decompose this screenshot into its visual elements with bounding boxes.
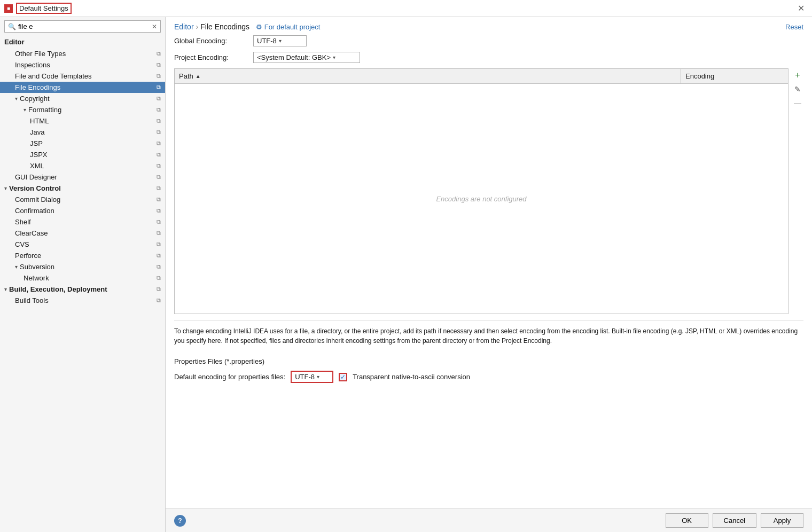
sidebar-item-version-control[interactable]: ▾ Version Control ⧉ xyxy=(0,183,165,194)
copy-icon: ⧉ xyxy=(157,241,161,248)
sidebar-item-label: JSPX xyxy=(30,151,154,159)
sidebar-item-label: JSP xyxy=(30,139,154,147)
transparent-conversion-checkbox[interactable]: ✓ xyxy=(339,373,347,381)
global-encoding-select[interactable]: UTF-8 ▾ xyxy=(253,35,307,46)
sidebar-item-jspx[interactable]: JSPX ⧉ xyxy=(0,149,165,160)
sidebar-item-cvs[interactable]: CVS ⧉ xyxy=(0,239,165,250)
table-side-actions: + ✎ — xyxy=(792,68,803,314)
footer-right: OK Cancel Apply xyxy=(666,513,803,528)
sidebar-item-confirmation[interactable]: Confirmation ⧉ xyxy=(0,205,165,216)
copy-icon: ⧉ xyxy=(157,73,161,80)
copy-icon: ⧉ xyxy=(157,207,161,214)
table-header: Path ▲ Encoding xyxy=(175,69,788,84)
sidebar-item-label: Build Tools xyxy=(15,296,154,304)
sidebar-item-file-encodings[interactable]: File Encodings ⧉ xyxy=(0,82,165,93)
copy-icon: ⧉ xyxy=(157,140,161,147)
copy-icon: ⧉ xyxy=(157,95,161,102)
sidebar-item-shelf[interactable]: Shelf ⧉ xyxy=(0,216,165,228)
sidebar-scroll: Editor Other File Types ⧉ Inspections ⧉ … xyxy=(0,36,165,532)
reset-link[interactable]: Reset xyxy=(785,23,803,31)
apply-button[interactable]: Apply xyxy=(761,513,803,528)
sidebar: 🔍 ✕ Editor Other File Types ⧉ Inspection… xyxy=(0,17,166,532)
sidebar-item-label: File Encodings xyxy=(15,83,154,91)
global-encoding-value: UTF-8 xyxy=(257,37,277,45)
editor-section-header: Editor xyxy=(0,36,165,48)
checkbox-label: Transparent native-to-ascii conversion xyxy=(353,373,470,381)
copy-icon: ⧉ xyxy=(157,162,161,169)
sidebar-item-commit-dialog[interactable]: Commit Dialog ⧉ xyxy=(0,194,165,205)
properties-row: Default encoding for properties files: U… xyxy=(174,371,803,383)
sidebar-item-jsp[interactable]: JSP ⧉ xyxy=(0,138,165,149)
copy-icon: ⧉ xyxy=(157,185,161,192)
sort-icon[interactable]: ▲ xyxy=(196,73,201,79)
sidebar-item-build-execution-deployment[interactable]: ▾ Build, Execution, Deployment ⧉ xyxy=(0,284,165,295)
breadcrumb-for-default-project[interactable]: ⚙ For default project xyxy=(256,23,320,31)
sidebar-item-gui-designer[interactable]: GUI Designer ⧉ xyxy=(0,171,165,183)
sidebar-item-label: XML xyxy=(30,162,154,170)
collapse-arrow-icon: ▾ xyxy=(4,185,7,191)
close-button[interactable]: ✕ xyxy=(794,2,808,14)
sidebar-item-label: Confirmation xyxy=(15,207,154,215)
sidebar-item-label: Commit Dialog xyxy=(15,195,154,204)
checkbox-checkmark: ✓ xyxy=(340,373,346,381)
project-encoding-row: Project Encoding: <System Default: GBK> … xyxy=(174,52,803,63)
select-arrow-icon: ▾ xyxy=(317,374,319,380)
copy-icon: ⧉ xyxy=(157,106,161,113)
sidebar-item-label: Inspections xyxy=(15,61,154,69)
search-box[interactable]: 🔍 ✕ xyxy=(4,20,161,33)
collapse-arrow-icon: ▾ xyxy=(15,96,18,101)
ok-button[interactable]: OK xyxy=(666,513,708,528)
copy-icon: ⧉ xyxy=(157,297,161,304)
encoding-column-label: Encoding xyxy=(685,72,714,80)
sidebar-item-copyright[interactable]: ▾ Copyright ⧉ xyxy=(0,93,165,104)
sidebar-item-label: Java xyxy=(30,128,154,136)
global-encoding-row: Global Encoding: UTF-8 ▾ xyxy=(174,35,803,46)
title-bar-left: ■ Default Settings xyxy=(4,3,72,14)
sidebar-item-perforce[interactable]: Perforce ⧉ xyxy=(0,250,165,261)
global-encoding-label: Global Encoding: xyxy=(174,37,249,45)
sidebar-item-build-tools[interactable]: Build Tools ⧉ xyxy=(0,295,165,306)
copy-icon: ⧉ xyxy=(157,196,161,203)
sidebar-item-java[interactable]: Java ⧉ xyxy=(0,127,165,138)
sidebar-item-xml[interactable]: XML ⧉ xyxy=(0,160,165,171)
info-text: To change encoding IntelliJ IDEA uses fo… xyxy=(174,320,803,350)
help-button[interactable]: ? xyxy=(174,515,186,527)
search-input[interactable] xyxy=(18,22,150,30)
search-icon: 🔍 xyxy=(8,23,16,30)
sidebar-item-network[interactable]: Network ⧉ xyxy=(0,272,165,284)
collapse-arrow-icon: ▾ xyxy=(24,107,26,113)
sidebar-item-file-code-templates[interactable]: File and Code Templates ⧉ xyxy=(0,71,165,82)
edit-encoding-button[interactable]: ✎ xyxy=(792,83,803,95)
remove-encoding-button[interactable]: — xyxy=(792,97,803,109)
sidebar-item-label: Copyright xyxy=(20,95,154,103)
content-header: Editor › File Encodings ⚙ For default pr… xyxy=(166,17,812,35)
breadcrumb-separator: › xyxy=(196,22,199,31)
table-empty-message: Encodings are not configured xyxy=(175,84,788,314)
breadcrumb-editor[interactable]: Editor xyxy=(174,22,194,31)
sidebar-item-inspections[interactable]: Inspections ⧉ xyxy=(0,59,165,71)
sidebar-item-label: Build, Execution, Deployment xyxy=(9,285,154,293)
content-body: Global Encoding: UTF-8 ▾ Project Encodin… xyxy=(166,35,812,508)
sidebar-item-label: Other File Types xyxy=(15,50,154,58)
project-encoding-label: Project Encoding: xyxy=(174,53,249,61)
copy-icon: ⧉ xyxy=(157,118,161,124)
sidebar-item-clearcase[interactable]: ClearCase ⧉ xyxy=(0,228,165,239)
copy-icon: ⧉ xyxy=(157,129,161,136)
sidebar-item-label: File and Code Templates xyxy=(15,72,154,80)
project-encoding-select[interactable]: <System Default: GBK> ▾ xyxy=(253,52,360,63)
sidebar-item-other-file-types[interactable]: Other File Types ⧉ xyxy=(0,48,165,59)
path-column-header[interactable]: Path ▲ xyxy=(175,69,681,83)
encoding-column-header[interactable]: Encoding xyxy=(681,69,788,83)
project-encoding-value: <System Default: GBK> xyxy=(257,53,331,61)
copy-icon: ⧉ xyxy=(157,151,161,158)
cancel-button[interactable]: Cancel xyxy=(713,513,756,528)
select-arrow-icon: ▾ xyxy=(279,38,282,44)
sidebar-item-subversion[interactable]: ▾ Subversion ⧉ xyxy=(0,261,165,272)
sidebar-item-html[interactable]: HTML ⧉ xyxy=(0,115,165,127)
default-encoding-prop-label: Default encoding for properties files: xyxy=(174,373,285,381)
sidebar-item-formatting[interactable]: ▾ Formatting ⧉ xyxy=(0,104,165,115)
properties-section-title: Properties Files (*.properties) xyxy=(174,357,803,365)
properties-encoding-select[interactable]: UTF-8 ▾ xyxy=(291,371,333,383)
search-clear-button[interactable]: ✕ xyxy=(152,23,157,30)
add-encoding-button[interactable]: + xyxy=(792,69,803,81)
